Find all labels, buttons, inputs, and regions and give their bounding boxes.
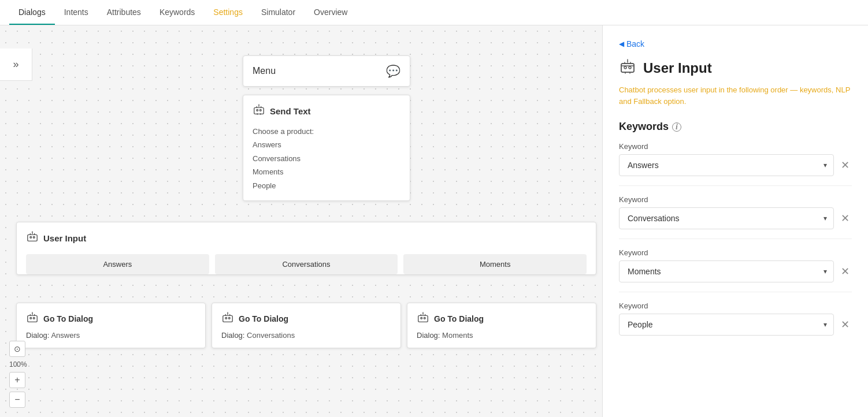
panel-header: User Input — [619, 58, 852, 79]
keyword-select-wrapper-1: Answers Conversations Moments People ▾ — [619, 154, 834, 176]
divider-2 — [619, 239, 852, 239]
go-to-title-conversations: Go To Dialog — [239, 314, 288, 323]
remove-keyword-2-button[interactable]: ✕ — [839, 211, 852, 226]
go-to-info-conversations: Dialog: Conversations — [221, 331, 391, 340]
go-to-info-moments: Dialog: Moments — [417, 331, 587, 340]
zoom-level: 100% — [9, 360, 27, 368]
bottom-toolbar: ⊙ 100% + − — [9, 341, 27, 408]
svg-point-10 — [225, 318, 227, 319]
send-text-title: Send Text — [270, 106, 311, 116]
zoom-out-button[interactable]: − — [9, 392, 25, 408]
go-to-title-moments: Go To Dialog — [434, 314, 484, 323]
go-to-node-moments[interactable]: Go To Dialog Dialog: Moments — [407, 303, 596, 348]
nav-item-attributes[interactable]: Attributes — [98, 1, 150, 25]
user-input-title: User Input — [43, 233, 86, 243]
keyword-label-1: Keyword — [619, 142, 852, 151]
divider-3 — [619, 292, 852, 292]
send-text-item-answers: Answers — [253, 140, 281, 149]
keyword-tab-conversations: Conversations — [215, 254, 398, 274]
keyword-select-2[interactable]: Answers Conversations Moments People — [619, 207, 834, 229]
svg-rect-6 — [28, 315, 38, 322]
user-input-panel-icon — [619, 58, 636, 79]
svg-rect-15 — [621, 64, 634, 72]
send-text-item-conversations: Conversations — [253, 154, 301, 163]
panel-description: Chatbot processes user input in the foll… — [619, 84, 852, 107]
back-link[interactable]: ◀ Back — [619, 39, 852, 49]
keyword-row-3: Answers Conversations Moments People ▾ ✕ — [619, 260, 852, 282]
menu-node-title: Menu — [253, 66, 276, 76]
canvas-area[interactable]: » Menu 💬 Send Text — [0, 25, 602, 417]
svg-rect-9 — [223, 315, 233, 322]
robot-icon-goto-moments — [417, 311, 429, 326]
go-to-header-moments: Go To Dialog — [417, 311, 587, 326]
menu-node[interactable]: Menu 💬 — [243, 55, 410, 87]
send-text-header: Send Text — [253, 103, 400, 119]
panel-title: User Input — [643, 60, 712, 76]
svg-point-5 — [33, 237, 35, 239]
keyword-select-wrapper-3: Answers Conversations Moments People ▾ — [619, 260, 834, 282]
svg-point-14 — [424, 318, 425, 319]
focus-button[interactable]: ⊙ — [9, 341, 25, 357]
nav-item-dialogs[interactable]: Dialogs — [9, 1, 55, 25]
svg-point-17 — [629, 66, 631, 69]
keyword-label-4: Keyword — [619, 301, 852, 310]
divider-1 — [619, 185, 852, 186]
svg-point-4 — [30, 237, 32, 239]
svg-rect-18 — [621, 64, 634, 72]
right-panel: ◀ Back User Input — [602, 25, 868, 417]
svg-point-11 — [228, 318, 230, 319]
svg-point-8 — [33, 318, 35, 319]
svg-rect-3 — [28, 234, 38, 241]
keyword-tabs: Answers Conversations Moments — [26, 254, 587, 274]
robot-icon-user-input — [26, 230, 39, 246]
zoom-in-button[interactable]: + — [9, 372, 25, 388]
user-input-header: User Input — [26, 230, 587, 246]
keyword-row-4: Answers Conversations Moments People ▾ ✕ — [619, 314, 852, 336]
send-text-node[interactable]: Send Text Choose a product: Answers Conv… — [243, 95, 410, 201]
keywords-section-title: Keywords i — [619, 121, 852, 133]
go-to-title-answers: Go To Dialog — [43, 314, 93, 323]
main-area: » Menu 💬 Send Text — [0, 25, 868, 417]
nav-item-overview[interactable]: Overview — [305, 1, 357, 25]
svg-point-1 — [257, 110, 258, 111]
keyword-select-wrapper-2: Answers Conversations Moments People ▾ — [619, 207, 834, 229]
keyword-select-3[interactable]: Answers Conversations Moments People — [619, 260, 834, 282]
svg-point-7 — [30, 318, 32, 319]
chat-bubble-icon: 💬 — [386, 64, 400, 78]
remove-keyword-4-button[interactable]: ✕ — [839, 317, 852, 332]
keywords-info-icon: i — [672, 122, 681, 132]
remove-keyword-3-button[interactable]: ✕ — [839, 264, 852, 279]
svg-point-13 — [421, 318, 422, 319]
go-to-header-answers: Go To Dialog — [26, 311, 196, 326]
nav-item-keywords[interactable]: Keywords — [150, 1, 204, 25]
keyword-row-2: Answers Conversations Moments People ▾ ✕ — [619, 207, 852, 229]
keywords-section: Keywords i Keyword Answers Conversations… — [619, 121, 852, 336]
robot-icon-goto-answers — [26, 311, 39, 326]
send-text-item-people: People — [253, 181, 276, 190]
keyword-select-4[interactable]: Answers Conversations Moments People — [619, 314, 834, 336]
keyword-row-1: Answers Conversations Moments People ▾ ✕ — [619, 154, 852, 176]
nav-item-intents[interactable]: Intents — [55, 1, 98, 25]
back-label: Back — [626, 39, 644, 49]
robot-icon-send-text — [253, 103, 265, 119]
keyword-select-1[interactable]: Answers Conversations Moments People — [619, 154, 834, 176]
user-input-node[interactable]: User Input Answers Conversations Moments — [16, 222, 596, 275]
robot-icon-goto-conversations — [221, 311, 234, 326]
send-text-item-moments: Moments — [253, 167, 283, 176]
go-to-header-conversations: Go To Dialog — [221, 311, 391, 326]
keyword-label-3: Keyword — [619, 248, 852, 257]
send-text-body: Choose a product: Answers Conversations … — [253, 125, 400, 192]
back-arrow-icon: ◀ — [619, 40, 624, 48]
keyword-label-2: Keyword — [619, 195, 852, 204]
go-to-node-conversations[interactable]: Go To Dialog Dialog: Conversations — [212, 303, 401, 348]
svg-point-2 — [259, 110, 261, 111]
top-navigation: Dialogs Intents Attributes Keywords Sett… — [0, 0, 868, 25]
nav-item-simulator[interactable]: Simulator — [252, 1, 305, 25]
keyword-tab-moments: Moments — [403, 254, 587, 274]
go-to-node-answers[interactable]: Go To Dialog Dialog: Answers — [16, 303, 206, 348]
go-to-row: Go To Dialog Dialog: Answers — [16, 303, 596, 348]
collapse-button[interactable]: » — [0, 49, 32, 81]
nav-item-settings[interactable]: Settings — [204, 1, 252, 25]
keyword-select-wrapper-4: Answers Conversations Moments People ▾ — [619, 314, 834, 336]
remove-keyword-1-button[interactable]: ✕ — [839, 158, 852, 173]
